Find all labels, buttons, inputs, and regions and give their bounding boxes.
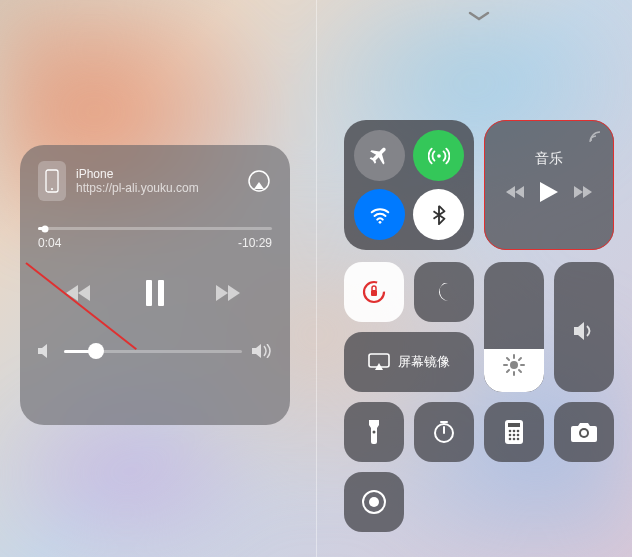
svg-line-31	[507, 370, 509, 372]
audio-output-icon[interactable]	[588, 130, 602, 148]
elapsed-time: 0:04	[38, 236, 61, 250]
moon-icon	[432, 280, 456, 304]
svg-point-1	[51, 188, 53, 190]
timer-icon	[431, 419, 457, 445]
svg-point-33	[373, 431, 376, 434]
speaker-high-icon	[252, 344, 272, 358]
music-tile-label: 音乐	[535, 150, 563, 168]
svg-marker-10	[38, 344, 47, 358]
svg-point-45	[509, 438, 512, 441]
do-not-disturb-button[interactable]	[414, 262, 474, 322]
sun-icon	[503, 354, 525, 380]
cellular-button[interactable]	[413, 130, 464, 181]
music-tile[interactable]: 音乐	[484, 120, 614, 250]
screen-mirror-icon	[368, 353, 390, 371]
calculator-button[interactable]	[484, 402, 544, 462]
volume-row	[38, 344, 272, 358]
svg-point-12	[437, 154, 441, 158]
chevron-down-icon	[467, 10, 491, 22]
media-header: iPhone https://pl-ali.youku.com	[38, 161, 272, 201]
bluetooth-button[interactable]	[413, 189, 464, 240]
flashlight-icon	[366, 418, 382, 446]
airplay-button[interactable]	[246, 168, 272, 194]
svg-rect-38	[508, 423, 520, 427]
scrubber-track	[38, 227, 272, 230]
svg-marker-9	[228, 285, 240, 301]
volume-tile-slider[interactable]	[554, 262, 614, 392]
svg-line-28	[507, 358, 509, 360]
rewind-icon	[66, 283, 94, 303]
mini-play-button[interactable]	[540, 182, 558, 206]
svg-marker-3	[254, 182, 264, 189]
brightness-slider[interactable]	[484, 262, 544, 392]
svg-point-47	[517, 438, 520, 441]
svg-point-44	[517, 434, 520, 437]
transport-controls	[38, 280, 272, 310]
svg-point-51	[369, 497, 379, 507]
svg-line-30	[519, 358, 521, 360]
svg-point-49	[581, 430, 587, 436]
airplane-mode-button[interactable]	[354, 130, 405, 181]
svg-marker-15	[506, 186, 515, 198]
camera-icon	[570, 421, 598, 443]
volume-thumb[interactable]	[88, 343, 104, 359]
phone-icon	[45, 169, 59, 193]
svg-rect-7	[158, 280, 164, 306]
svg-point-42	[509, 434, 512, 437]
svg-marker-14	[515, 186, 524, 198]
screen-mirror-button[interactable]: 屏幕镜像	[344, 332, 474, 392]
svg-point-40	[513, 430, 516, 433]
calculator-icon	[504, 419, 524, 445]
svg-marker-11	[252, 344, 261, 358]
forward-icon	[572, 185, 592, 199]
pause-button[interactable]	[144, 280, 166, 310]
svg-marker-32	[574, 322, 584, 340]
screenshot-divider	[316, 0, 317, 557]
svg-point-13	[378, 220, 381, 223]
volume-slider[interactable]	[64, 350, 242, 353]
svg-point-43	[513, 434, 516, 437]
wifi-button[interactable]	[354, 189, 405, 240]
svg-line-29	[519, 370, 521, 372]
svg-point-46	[513, 438, 516, 441]
pause-icon	[144, 280, 166, 306]
connectivity-block[interactable]	[344, 120, 474, 250]
control-center: 音乐 屏幕镜像	[334, 0, 624, 557]
play-icon	[540, 182, 558, 202]
remaining-time: -10:29	[238, 236, 272, 250]
media-device-label: iPhone	[76, 167, 236, 181]
cellular-icon	[428, 145, 450, 167]
rewind-icon	[506, 185, 526, 199]
speaker-icon	[573, 322, 595, 344]
forward-icon	[216, 283, 244, 303]
scrubber-thumb[interactable]	[42, 225, 49, 232]
device-artwork	[38, 161, 66, 201]
speaker-low-icon	[38, 344, 54, 358]
rotation-lock-icon	[360, 278, 388, 306]
svg-point-23	[510, 361, 518, 369]
svg-point-39	[509, 430, 512, 433]
camera-button[interactable]	[554, 402, 614, 462]
svg-marker-18	[583, 186, 592, 198]
svg-rect-6	[146, 280, 152, 306]
mini-forward-button[interactable]	[572, 185, 592, 203]
airplay-icon	[246, 168, 272, 194]
svg-marker-4	[78, 285, 90, 301]
svg-marker-16	[540, 182, 558, 202]
music-mini-controls	[506, 182, 592, 206]
forward-button[interactable]	[216, 283, 244, 307]
svg-marker-8	[216, 285, 228, 301]
mini-rewind-button[interactable]	[506, 185, 526, 203]
media-player-card: iPhone https://pl-ali.youku.com 0:04 -10…	[20, 145, 290, 425]
record-icon	[361, 489, 387, 515]
screen-record-button[interactable]	[344, 472, 404, 532]
bluetooth-icon	[428, 204, 450, 226]
scrubber[interactable]: 0:04 -10:29	[38, 227, 272, 250]
svg-point-41	[517, 430, 520, 433]
flashlight-button[interactable]	[344, 402, 404, 462]
timer-button[interactable]	[414, 402, 474, 462]
rotation-lock-button[interactable]	[344, 262, 404, 322]
svg-marker-17	[574, 186, 583, 198]
collapse-chevron[interactable]	[467, 8, 491, 26]
screen-mirror-label: 屏幕镜像	[398, 353, 450, 371]
